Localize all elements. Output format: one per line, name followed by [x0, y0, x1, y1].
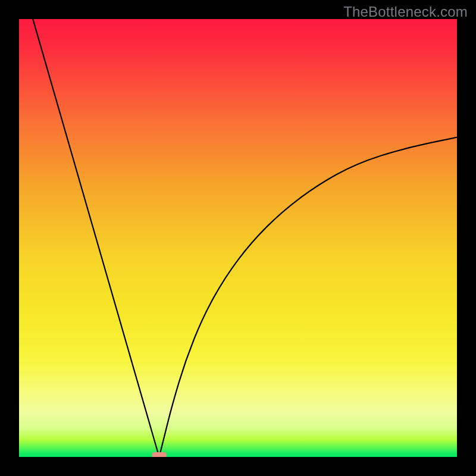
chart-frame: TheBottleneck.com [0, 0, 476, 476]
watermark-text: TheBottleneck.com [343, 4, 468, 20]
plot-area [19, 19, 457, 457]
bottleneck-chart [19, 19, 457, 457]
gradient-background [19, 19, 457, 457]
minimum-marker [152, 452, 167, 457]
